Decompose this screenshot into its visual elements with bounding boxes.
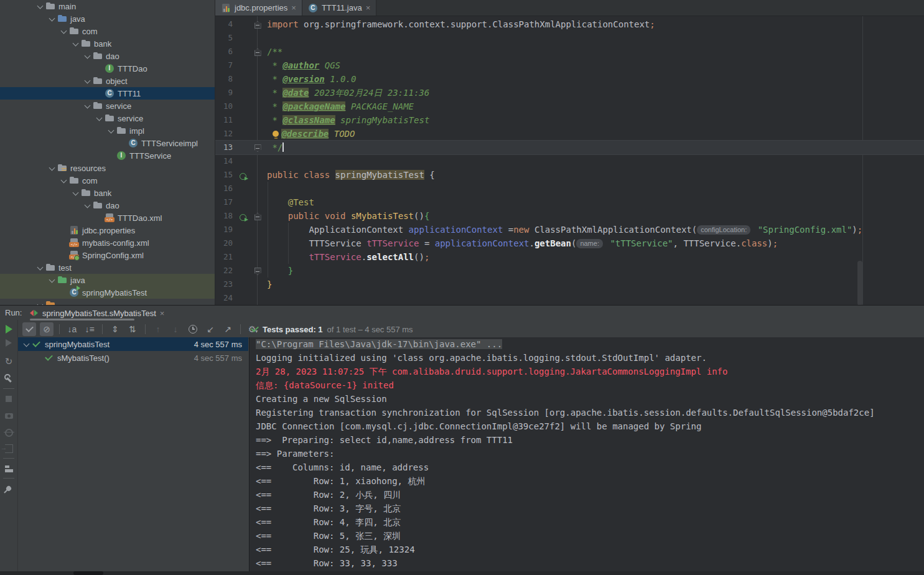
code-line-7[interactable]: 7 * @author QGS bbox=[215, 58, 924, 72]
collapse-all-button[interactable]: ⇅ bbox=[126, 322, 139, 336]
fold-marker[interactable] bbox=[251, 141, 264, 154]
rerun-button[interactable] bbox=[2, 322, 16, 336]
import-test-results-button[interactable]: ↙ bbox=[203, 322, 217, 336]
close-icon[interactable]: × bbox=[160, 309, 165, 317]
fold-marker[interactable] bbox=[251, 209, 264, 223]
code-line-22[interactable]: 22 } bbox=[215, 264, 924, 278]
tree-row-resources[interactable]: resources bbox=[0, 162, 215, 174]
code-line-19[interactable]: 19 ApplicationContext applicationContext… bbox=[215, 223, 924, 236]
code-line-15[interactable]: 15public class springMybatisTest { bbox=[215, 168, 924, 182]
editor-area[interactable]: jdbc.properties×CTTT11.java× 4import org… bbox=[215, 0, 924, 305]
chevron-down-icon[interactable] bbox=[35, 300, 45, 305]
code-line-23[interactable]: 23} bbox=[215, 278, 924, 291]
thread-dump-camera-button[interactable] bbox=[2, 409, 16, 423]
chevron-down-icon[interactable] bbox=[83, 200, 93, 210]
code-line-8[interactable]: 8 * @version 1.0.0 bbox=[215, 72, 924, 86]
chevron-down-icon[interactable] bbox=[47, 163, 57, 173]
chevron-down-icon[interactable] bbox=[71, 39, 81, 49]
tree-row-java[interactable]: java bbox=[0, 12, 215, 25]
show-passed-button[interactable] bbox=[22, 322, 36, 336]
tree-row-service[interactable]: service bbox=[0, 112, 215, 124]
tree-row-mybatis-config.xml[interactable]: </>mybatis-config.xml bbox=[0, 236, 215, 249]
code-line-21[interactable]: 21 tTTService.selectAll(); bbox=[215, 250, 924, 264]
fold-marker[interactable] bbox=[251, 264, 264, 278]
tree-row-com[interactable]: com bbox=[0, 174, 215, 187]
tree-row-TTTDao.xml[interactable]: </>TTTDao.xml bbox=[0, 212, 215, 224]
code-editor[interactable]: 4import org.springframework.context.supp… bbox=[215, 16, 924, 305]
restore-layout-button[interactable] bbox=[2, 462, 16, 475]
tree-row-TTT11[interactable]: CTTT11 bbox=[0, 87, 215, 100]
code-line-14[interactable]: 14 bbox=[215, 154, 924, 168]
close-icon[interactable]: × bbox=[366, 4, 371, 12]
tree-row-dao[interactable]: dao bbox=[0, 50, 215, 62]
code-line-5[interactable]: 5 bbox=[215, 31, 924, 45]
test-row-springMybatisTest[interactable]: springMybatisTest4 sec 557 ms bbox=[18, 337, 248, 351]
tree-row-java[interactable]: java bbox=[0, 274, 215, 286]
chevron-down-icon[interactable] bbox=[35, 263, 45, 273]
code-line-6[interactable]: 6/** bbox=[215, 45, 924, 58]
editor-scrollbar-thumb[interactable] bbox=[857, 261, 862, 306]
editor-tab-TTT11.java[interactable]: CTTT11.java× bbox=[302, 0, 376, 16]
attach-console-button[interactable] bbox=[2, 442, 16, 456]
export-test-results-button[interactable]: ↗ bbox=[221, 322, 235, 336]
toggle-auto-test-button[interactable]: ↻ bbox=[2, 355, 16, 368]
horizontal-scrollbar[interactable] bbox=[0, 571, 924, 575]
test-history-button[interactable] bbox=[186, 322, 200, 336]
code-line-4[interactable]: 4import org.springframework.context.supp… bbox=[215, 17, 924, 31]
chevron-down-icon[interactable] bbox=[47, 275, 57, 285]
run-test-icon[interactable] bbox=[236, 209, 249, 223]
chevron-down-icon[interactable] bbox=[59, 26, 69, 36]
chevron-down-icon[interactable] bbox=[106, 126, 116, 136]
test-settings-wrench-button[interactable] bbox=[2, 372, 16, 385]
chevron-down-icon[interactable] bbox=[22, 339, 32, 349]
intention-bulb-icon[interactable] bbox=[273, 131, 279, 137]
console-output[interactable]: "C:\Program Files\Java\jdk-17\bin\java.e… bbox=[249, 337, 924, 571]
tree-row-TTTDao[interactable]: ITTTDao bbox=[0, 62, 215, 75]
code-line-24[interactable]: 24 bbox=[215, 291, 924, 305]
code-line-12[interactable]: 12 @describe TODO bbox=[215, 127, 924, 141]
next-occurrence-button[interactable]: ↓ bbox=[169, 322, 182, 336]
tree-row-SpringConfig.xml[interactable]: </>SpringConfig.xml bbox=[0, 249, 215, 261]
editor-tab-jdbc.properties[interactable]: jdbc.properties× bbox=[215, 0, 302, 16]
pin-tab-button[interactable] bbox=[2, 482, 16, 495]
show-ignored-button[interactable]: ⊘ bbox=[40, 322, 54, 336]
debug-bug-button[interactable] bbox=[2, 426, 16, 439]
code-line-11[interactable]: 11 * @className springMybatisTest bbox=[215, 113, 924, 127]
chevron-down-icon[interactable] bbox=[83, 101, 93, 111]
code-line-20[interactable]: 20 TTTService tTTService = applicationCo… bbox=[215, 236, 924, 250]
chevron-down-icon[interactable] bbox=[71, 188, 81, 198]
tree-row-bank[interactable]: bank bbox=[0, 37, 215, 50]
scrollbar-thumb[interactable] bbox=[73, 571, 103, 575]
chevron-down-icon[interactable] bbox=[59, 175, 69, 185]
tree-row-main[interactable]: main bbox=[0, 0, 215, 12]
code-line-17[interactable]: 17 @Test bbox=[215, 195, 924, 209]
fold-marker[interactable] bbox=[251, 17, 264, 31]
tree-row-bank[interactable]: bank bbox=[0, 187, 215, 199]
tree-row-test[interactable]: test bbox=[0, 261, 215, 274]
tree-row-folder[interactable] bbox=[0, 299, 215, 305]
code-line-9[interactable]: 9 * @date 2023年02月24日 23:11:36 bbox=[215, 86, 924, 100]
tree-row-jdbc.properties[interactable]: jdbc.properties bbox=[0, 224, 215, 236]
run-test-icon[interactable] bbox=[236, 168, 249, 182]
tree-row-TTTServiceimpl[interactable]: CTTTServiceimpl bbox=[0, 137, 215, 149]
tree-row-impl[interactable]: impl bbox=[0, 124, 215, 137]
fold-marker[interactable] bbox=[251, 45, 264, 58]
previous-occurrence-button[interactable]: ↑ bbox=[151, 322, 165, 336]
code-line-10[interactable]: 10 * @packageName PACKAGE_NAME bbox=[215, 100, 924, 113]
rerun-failed-tests-button[interactable] bbox=[2, 336, 16, 350]
tree-row-object[interactable]: object bbox=[0, 75, 215, 87]
sort-alphabetically-button[interactable]: ↓a bbox=[65, 322, 79, 336]
tree-row-springMybatisTest[interactable]: CspringMybatisTest bbox=[0, 286, 215, 299]
chevron-down-icon[interactable] bbox=[83, 51, 93, 61]
code-line-16[interactable]: 16 bbox=[215, 182, 924, 195]
tree-row-service[interactable]: service bbox=[0, 100, 215, 112]
code-line-18[interactable]: 18 public void sMybatisTest(){ bbox=[215, 209, 924, 223]
chevron-down-icon[interactable] bbox=[35, 1, 45, 11]
chevron-down-icon[interactable] bbox=[83, 76, 93, 86]
close-icon[interactable]: × bbox=[291, 4, 296, 12]
chevron-down-icon[interactable] bbox=[47, 14, 57, 24]
tree-row-dao[interactable]: dao bbox=[0, 199, 215, 212]
code-line-13[interactable]: 13 */ bbox=[215, 141, 924, 154]
stop-button[interactable] bbox=[2, 392, 16, 406]
test-row-sMybatisTest()[interactable]: sMybatisTest()4 sec 557 ms bbox=[18, 351, 248, 365]
